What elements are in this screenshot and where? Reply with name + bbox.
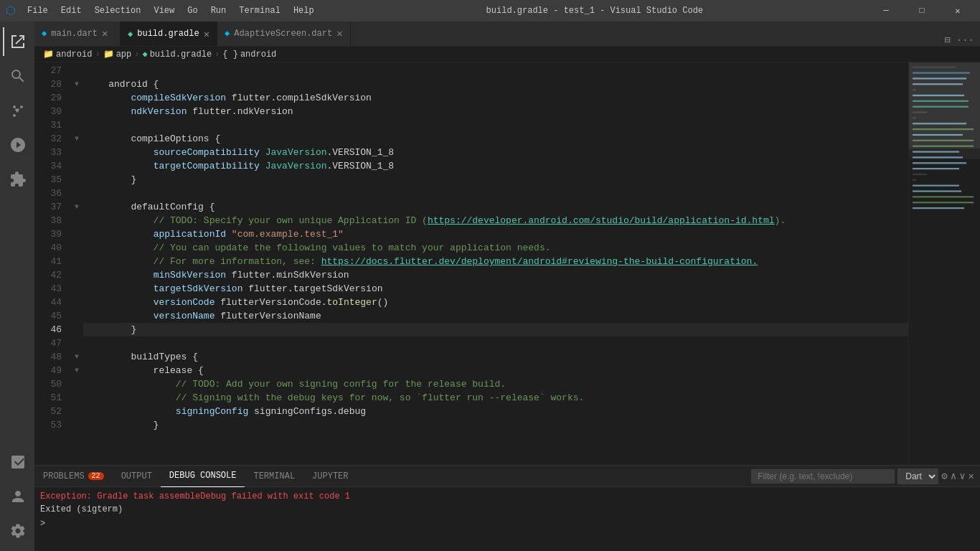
code-line-32[interactable]: compileOptions { — [83, 132, 908, 146]
breadcrumb-android-block[interactable]: { } android — [222, 50, 276, 60]
tab-label-build-gradle: build.gradle — [137, 29, 199, 39]
code-line-28[interactable]: android { — [83, 77, 908, 91]
fold-btn-32[interactable]: ▼ — [70, 132, 83, 146]
tab-adaptive-screen[interactable]: ◆ AdaptiveScreen.dart ✕ — [217, 22, 351, 46]
line-number-41: 41 — [34, 255, 62, 268]
code-line-47[interactable] — [83, 336, 908, 350]
code-line-36[interactable] — [83, 187, 908, 200]
maximize-button[interactable]: □ — [905, 0, 938, 22]
line-number-48: 48 — [34, 350, 62, 364]
code-line-46[interactable]: } — [83, 323, 908, 336]
block-icon: { } — [222, 50, 238, 60]
tab-main-dart[interactable]: ◆ main.dart ✕ — [34, 22, 121, 46]
code-line-34[interactable]: targetCompatibility JavaVersion.VERSION_… — [83, 159, 908, 173]
tab-build-gradle[interactable]: ◆ build.gradle ✕ — [121, 22, 217, 46]
panel-tab-terminal[interactable]: TERMINAL — [245, 466, 303, 487]
code-line-27[interactable] — [83, 64, 908, 77]
code-line-44[interactable]: versionCode flutterVersionCode.toInteger… — [83, 296, 908, 309]
line-number-33: 33 — [34, 146, 62, 159]
code-line-50[interactable]: // TODO: Add your own signing config for… — [83, 377, 908, 391]
tab-close-build-gradle[interactable]: ✕ — [204, 28, 209, 40]
activity-explorer[interactable] — [3, 27, 32, 56]
fold-btn-39 — [70, 227, 83, 241]
code-line-51[interactable]: // Signing with the debug keys for now, … — [83, 391, 908, 405]
line-number-42: 42 — [34, 268, 62, 282]
code-line-49[interactable]: release { — [83, 364, 908, 377]
code-line-40[interactable]: // You can update the following values t… — [83, 241, 908, 255]
panel-tab-jupyter[interactable]: JUPYTER — [303, 466, 357, 487]
menu-selection[interactable]: Selection — [89, 4, 147, 17]
activity-extensions[interactable] — [3, 165, 32, 194]
code-line-37[interactable]: defaultConfig { — [83, 200, 908, 214]
menu-edit[interactable]: Edit — [55, 4, 88, 17]
svg-rect-26 — [913, 207, 964, 209]
breadcrumb-build-gradle[interactable]: ◆ build.gradle — [142, 49, 212, 60]
split-editor-button[interactable]: ⊟ — [944, 34, 950, 46]
menu-help[interactable]: Help — [288, 4, 320, 17]
tab-label-main-dart: main.dart — [51, 29, 98, 39]
code-line-30[interactable]: ndkVersion flutter.ndkVersion — [83, 105, 908, 118]
code-line-41[interactable]: // For more information, see: https://do… — [83, 255, 908, 268]
panel-expand-btn[interactable]: ∧ — [951, 470, 956, 482]
code-line-42[interactable]: minSdkVersion flutter.minSdkVersion — [83, 268, 908, 282]
menu-bar: File Edit Selection View Go Run Terminal… — [22, 4, 320, 17]
code-line-43[interactable]: targetSdkVersion flutter.targetSdkVersio… — [83, 282, 908, 296]
fold-btn-35 — [70, 173, 83, 187]
code-line-29[interactable]: compileSdkVersion flutter.compileSdkVers… — [83, 91, 908, 105]
activity-source-control[interactable] — [3, 96, 32, 125]
fold-btn-45 — [70, 309, 83, 323]
line-number-53: 53 — [34, 418, 62, 432]
fold-btn-46 — [70, 323, 83, 336]
code-content[interactable]: android { compileSdkVersion flutter.comp… — [83, 62, 908, 465]
activity-settings[interactable] — [3, 517, 32, 545]
doc-link[interactable]: https://developer.android.com/studio/bui… — [428, 214, 775, 227]
close-button[interactable]: ✕ — [941, 0, 974, 22]
tab-close-main-dart[interactable]: ✕ — [102, 27, 108, 39]
activity-testing[interactable] — [3, 448, 32, 476]
activity-account[interactable] — [3, 482, 32, 511]
minimap[interactable] — [908, 62, 980, 465]
breadcrumb-app[interactable]: 📁 app — [103, 49, 132, 60]
fold-btn-37[interactable]: ▼ — [70, 200, 83, 214]
lang-selector[interactable]: Dart — [897, 468, 938, 484]
code-line-48[interactable]: buildTypes { — [83, 350, 908, 364]
activity-search[interactable] — [3, 62, 32, 90]
menu-terminal[interactable]: Terminal — [233, 4, 286, 17]
code-line-33[interactable]: sourceCompatibility JavaVersion.VERSION_… — [83, 146, 908, 159]
tab-close-adaptive-screen[interactable]: ✕ — [336, 27, 342, 39]
breadcrumb-android[interactable]: 📁 android — [43, 49, 92, 60]
doc-link[interactable]: https://docs.flutter.dev/deployment/andr… — [321, 255, 758, 268]
filter-icon[interactable]: ⚙ — [941, 470, 947, 482]
code-line-52[interactable]: signingConfig signingConfigs.debug — [83, 405, 908, 418]
folder-icon-2: 📁 — [103, 49, 114, 60]
panel-collapse-btn[interactable]: ∨ — [959, 470, 965, 482]
code-line-35[interactable]: } — [83, 173, 908, 187]
menu-run[interactable]: Run — [205, 4, 232, 17]
panel-tab-problems[interactable]: PROBLEMS 22 — [34, 466, 113, 487]
line-number-51: 51 — [34, 391, 62, 405]
menu-file[interactable]: File — [22, 4, 54, 17]
menu-go[interactable]: Go — [182, 4, 203, 17]
menu-view[interactable]: View — [148, 4, 180, 17]
fold-btn-48[interactable]: ▼ — [70, 350, 83, 364]
code-line-38[interactable]: // TODO: Specify your own unique Applica… — [83, 214, 908, 227]
fold-btn-28[interactable]: ▼ — [70, 77, 83, 91]
more-actions-button[interactable]: ··· — [956, 34, 974, 46]
panel-tab-output[interactable]: OUTPUT — [113, 466, 161, 487]
panel-tab-debug-console[interactable]: DEBUG CONSOLE — [161, 466, 245, 487]
code-line-53[interactable]: } — [83, 418, 908, 432]
panel-close-btn[interactable]: ✕ — [969, 470, 974, 482]
fold-btn-44 — [70, 296, 83, 309]
code-line-31[interactable] — [83, 118, 908, 132]
console-line-0: Exception: Gradle task assembleDebug fai… — [40, 490, 974, 503]
activity-run-debug[interactable] — [3, 131, 32, 159]
minimize-button[interactable]: ─ — [870, 0, 903, 22]
filter-input[interactable] — [751, 469, 895, 484]
line-number-30: 30 — [34, 105, 62, 118]
code-editor[interactable]: 2728293031323334353637383940414243444546… — [34, 62, 908, 465]
fold-area: ▼▼▼▼▼ — [70, 62, 83, 465]
code-line-39[interactable]: applicationId "com.example.test_1" — [83, 227, 908, 241]
fold-btn-49[interactable]: ▼ — [70, 364, 83, 377]
fold-btn-47 — [70, 336, 83, 350]
code-line-45[interactable]: versionName flutterVersionName — [83, 309, 908, 323]
